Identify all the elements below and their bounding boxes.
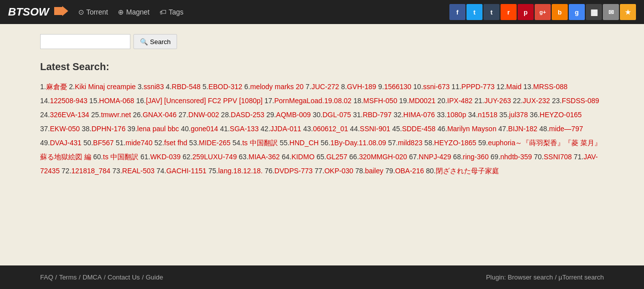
- list-item[interactable]: fset fhd: [164, 139, 187, 147]
- list-item[interactable]: EKW-050: [50, 125, 80, 133]
- list-item[interactable]: RBD-797: [363, 111, 392, 119]
- email-icon[interactable]: ✉: [603, 4, 619, 20]
- list-item[interactable]: 122508-943: [50, 97, 87, 105]
- nav-tags[interactable]: 🏷 Tags: [159, 8, 184, 16]
- google-icon[interactable]: g: [569, 4, 585, 20]
- list-item[interactable]: JJDA-011: [270, 125, 301, 133]
- list-item[interactable]: Marilyn Mayson: [447, 125, 497, 133]
- list-item[interactable]: RBD-548: [172, 83, 201, 91]
- list-item[interactable]: JUY-263: [485, 97, 511, 105]
- list-item[interactable]: PPPD-773: [461, 83, 495, 91]
- list-item[interactable]: DNW-002: [189, 111, 219, 119]
- list-item[interactable]: SSNI708: [544, 153, 572, 161]
- list-item[interactable]: GL257: [326, 153, 347, 161]
- list-item[interactable]: 121818_784: [71, 167, 110, 175]
- list-item[interactable]: MD0021: [409, 97, 435, 105]
- list-item[interactable]: IPX-482: [447, 97, 473, 105]
- list-item[interactable]: SSNI-901: [360, 125, 390, 133]
- footer-terms[interactable]: Terms: [59, 273, 77, 281]
- list-item[interactable]: DASD-253: [231, 111, 264, 119]
- list-item[interactable]: GACHI-1151: [166, 167, 206, 175]
- footer-dmca[interactable]: DMCA: [83, 273, 102, 281]
- list-item[interactable]: nhdtb-359: [501, 153, 532, 161]
- list-item[interactable]: n1518: [478, 111, 498, 119]
- list-item[interactable]: BIJN-182: [508, 125, 537, 133]
- list-item[interactable]: jul378: [509, 111, 528, 119]
- list-item[interactable]: HND_CH: [289, 139, 318, 147]
- search-button[interactable]: 🔍 Search: [133, 34, 177, 49]
- list-item[interactable]: SGA-133: [230, 125, 259, 133]
- list-item[interactable]: [JAV] [Uncensored] FC2 PPV [1080p]: [146, 97, 262, 105]
- list-item[interactable]: DVDPS-773: [274, 167, 312, 175]
- list-item[interactable]: Maid: [506, 83, 521, 91]
- twitter-icon[interactable]: t: [466, 4, 482, 20]
- nav-torrent[interactable]: ⊙ Torrent: [78, 8, 108, 16]
- facebook-icon[interactable]: f: [449, 4, 465, 20]
- googleplus-icon[interactable]: g+: [535, 4, 551, 20]
- blogger-icon[interactable]: b: [552, 4, 568, 20]
- list-item[interactable]: ring-360: [463, 153, 489, 161]
- list-item[interactable]: REAL-503: [122, 167, 155, 175]
- list-item[interactable]: PornMegaLoad.19.08.02: [274, 97, 352, 105]
- logo[interactable]: BTSOW: [8, 6, 68, 19]
- list-item[interactable]: DGL-075: [323, 111, 351, 119]
- list-item[interactable]: 1566130: [384, 83, 412, 91]
- list-item[interactable]: gone014: [191, 125, 218, 133]
- list-item[interactable]: 閉ざされた母子家庭: [436, 167, 499, 175]
- list-item[interactable]: bailey: [365, 167, 384, 175]
- list-item[interactable]: 1080p: [446, 111, 466, 119]
- list-item[interactable]: FSDSS-089: [562, 97, 599, 105]
- list-item[interactable]: 320MMGH-020: [359, 153, 407, 161]
- list-item[interactable]: GNAX-046: [142, 111, 177, 119]
- list-item[interactable]: MIAA-362: [249, 153, 280, 161]
- list-item[interactable]: lang.18.12.18.: [218, 167, 263, 175]
- list-item[interactable]: JUX-232: [523, 97, 550, 105]
- list-item[interactable]: HEYZO-1865: [434, 139, 476, 147]
- bookmark-icon[interactable]: ★: [620, 4, 636, 20]
- list-item[interactable]: SDDE-458: [402, 125, 435, 133]
- pinterest-icon[interactable]: p: [518, 4, 534, 20]
- list-item[interactable]: KIDMO: [291, 153, 314, 161]
- list-item[interactable]: mild823: [398, 139, 422, 147]
- list-item[interactable]: ssni-673: [423, 83, 450, 91]
- list-item[interactable]: HIMA-076: [403, 111, 435, 119]
- list-item[interactable]: EBOD-312: [208, 83, 242, 91]
- footer-contact[interactable]: Contact Us: [108, 273, 140, 281]
- list-item[interactable]: Kiki Minaj creampie: [75, 83, 135, 91]
- nav-magnet[interactable]: ⊕ Magnet: [118, 8, 149, 16]
- list-item[interactable]: 326EVA-134: [50, 111, 89, 119]
- list-item[interactable]: 1By-Day.11.08.09: [331, 139, 386, 147]
- list-item[interactable]: mide740: [125, 139, 152, 147]
- list-item[interactable]: ts 中国翻訳: [242, 139, 278, 147]
- list-item[interactable]: HOMA-068: [99, 97, 134, 105]
- list-item[interactable]: GVH-189: [347, 83, 376, 91]
- list-item[interactable]: OKP-030: [325, 167, 354, 175]
- reddit-icon[interactable]: r: [501, 4, 517, 20]
- list-item[interactable]: BF567: [93, 139, 114, 147]
- list-item[interactable]: melody marks 20: [250, 83, 304, 91]
- list-item[interactable]: tmwvr.net: [101, 111, 131, 119]
- tumblr-icon[interactable]: t: [484, 4, 500, 20]
- list-item[interactable]: mide—797: [549, 125, 583, 133]
- list-item[interactable]: WKD-039: [150, 153, 181, 161]
- list-item[interactable]: 060612_01: [313, 125, 348, 133]
- list-item[interactable]: AQMB-009: [276, 111, 310, 119]
- list-item[interactable]: MRSS-088: [533, 83, 567, 91]
- list-item[interactable]: DVAJ-431: [50, 139, 81, 147]
- list-item[interactable]: OBA-216: [395, 167, 424, 175]
- list-item[interactable]: NNPJ-429: [419, 153, 451, 161]
- list-item[interactable]: lena paul bbc: [137, 125, 179, 133]
- footer-faq[interactable]: FAQ: [40, 273, 53, 281]
- list-item[interactable]: JUC-272: [311, 83, 339, 91]
- qr-icon[interactable]: ▦: [586, 4, 602, 20]
- list-item[interactable]: ts 中国翻訳: [103, 153, 138, 161]
- list-item[interactable]: 麻倉憂: [46, 83, 67, 91]
- list-item[interactable]: ssni83: [143, 83, 164, 91]
- list-item[interactable]: HEYZO-0165: [540, 111, 582, 119]
- list-item[interactable]: MIDE-265: [199, 139, 231, 147]
- search-input[interactable]: [40, 34, 130, 49]
- list-item[interactable]: 259LUXU-749: [192, 153, 237, 161]
- list-item[interactable]: MSFH-050: [363, 97, 397, 105]
- list-item[interactable]: DPHN-176: [92, 125, 126, 133]
- footer-guide[interactable]: Guide: [146, 273, 164, 281]
